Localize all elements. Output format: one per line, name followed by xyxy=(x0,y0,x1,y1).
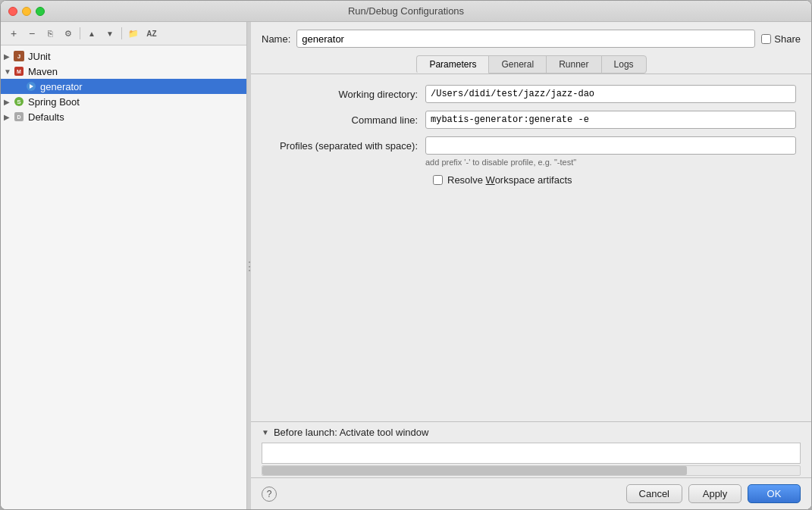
form-area: Working directory: Command line: Profile… xyxy=(251,74,811,421)
panel-divider[interactable] xyxy=(247,22,251,509)
scrollbar-area xyxy=(262,465,801,476)
working-directory-label: Working directory: xyxy=(266,89,425,100)
tree-item-springboot[interactable]: ▶ S Spring Boot xyxy=(1,94,246,109)
junit-icon: J xyxy=(13,50,25,62)
window-title: Run/Debug Configurations xyxy=(348,5,464,17)
resolve-workspace-row: Resolve Workspace artifacts xyxy=(266,174,796,186)
defaults-icon: D xyxy=(13,111,25,123)
cancel-button[interactable]: Cancel xyxy=(626,484,682,503)
copy-button[interactable]: ⎘ xyxy=(42,25,58,42)
tab-runner[interactable]: Runner xyxy=(546,55,601,74)
profiles-label: Profiles (separated with space): xyxy=(266,140,425,152)
close-button[interactable] xyxy=(8,7,17,16)
share-label: Share xyxy=(774,33,801,45)
tree-item-junit[interactable]: ▶ J JUnit xyxy=(1,48,246,64)
left-panel: + − ⎘ ⚙ ▲ ▼ 📁 AZ ▶ J JUnit xyxy=(1,22,247,509)
separator-1 xyxy=(80,27,80,39)
add-button[interactable]: + xyxy=(5,25,22,42)
before-launch-arrow-icon: ▼ xyxy=(262,428,269,436)
resolve-workspace-checkbox[interactable] xyxy=(433,175,443,185)
tab-parameters[interactable]: Parameters xyxy=(416,55,489,74)
svg-text:M: M xyxy=(17,69,21,74)
defaults-label: Defaults xyxy=(28,111,64,123)
separator-2 xyxy=(121,27,122,39)
tree-item-defaults[interactable]: ▶ D Defaults xyxy=(1,109,246,124)
maven-icon: M xyxy=(13,65,25,77)
springboot-arrow[interactable]: ▶ xyxy=(4,98,13,106)
minimize-button[interactable] xyxy=(22,7,31,16)
remove-button[interactable]: − xyxy=(24,25,40,42)
profiles-row: Profiles (separated with space): xyxy=(266,136,796,155)
tabs-bar: Parameters General Runner Logs xyxy=(251,54,811,74)
springboot-icon: S xyxy=(13,95,25,108)
command-line-label: Command line: xyxy=(266,114,425,126)
right-panel: Name: Share Parameters General Runner Lo… xyxy=(251,22,811,509)
name-input[interactable] xyxy=(296,30,755,48)
scrollbar-thumb[interactable] xyxy=(262,466,687,475)
command-line-row: Command line: xyxy=(266,111,796,129)
tab-general[interactable]: General xyxy=(488,55,547,74)
maven-label: Maven xyxy=(28,66,58,77)
sort-button[interactable]: AZ xyxy=(143,25,160,42)
svg-text:D: D xyxy=(17,114,20,120)
maven-arrow[interactable]: ▼ xyxy=(4,67,13,76)
before-launch-content xyxy=(262,443,801,464)
working-directory-row: Working directory: xyxy=(266,85,796,103)
before-launch-label: Before launch: Activate tool window xyxy=(274,427,429,438)
move-up-button[interactable]: ▲ xyxy=(83,25,100,42)
name-field-label: Name: xyxy=(262,33,290,45)
profiles-hint-row: add prefix '-' to disable profile, e.g. … xyxy=(266,158,796,167)
ok-button[interactable]: OK xyxy=(748,484,801,503)
defaults-arrow[interactable]: ▶ xyxy=(4,113,13,121)
share-area: Share xyxy=(761,33,801,45)
name-row: Name: Share xyxy=(251,22,811,54)
footer: ? Cancel Apply OK xyxy=(251,477,811,509)
profiles-hint-text: add prefix '-' to disable profile, e.g. … xyxy=(425,158,796,167)
footer-left: ? xyxy=(262,487,620,502)
bottom-section: ▼ Before launch: Activate tool window xyxy=(251,421,811,477)
generator-label: generator xyxy=(40,81,83,92)
move-down-button[interactable]: ▼ xyxy=(102,25,118,42)
command-line-input[interactable] xyxy=(425,111,796,129)
toolbar: + − ⎘ ⚙ ▲ ▼ 📁 AZ xyxy=(1,22,246,45)
title-bar: Run/Debug Configurations xyxy=(1,1,811,22)
traffic-lights xyxy=(8,7,45,16)
run-debug-configurations-dialog: Run/Debug Configurations + − ⎘ ⚙ ▲ ▼ 📁 A… xyxy=(0,0,812,510)
working-directory-input[interactable] xyxy=(425,85,796,103)
junit-label: JUnit xyxy=(28,51,51,62)
configuration-tree: ▶ J JUnit ▼ M Maven xyxy=(1,45,246,509)
generator-icon xyxy=(25,80,37,92)
maximize-button[interactable] xyxy=(36,7,45,16)
tab-logs[interactable]: Logs xyxy=(601,55,647,74)
tree-item-maven[interactable]: ▼ M Maven xyxy=(1,64,246,79)
apply-button[interactable]: Apply xyxy=(688,484,741,503)
share-checkbox[interactable] xyxy=(761,34,771,44)
main-content: + − ⎘ ⚙ ▲ ▼ 📁 AZ ▶ J JUnit xyxy=(1,22,811,509)
settings-button[interactable]: ⚙ xyxy=(60,25,77,42)
springboot-label: Spring Boot xyxy=(28,96,80,108)
help-button[interactable]: ? xyxy=(262,487,277,502)
svg-text:S: S xyxy=(17,99,21,105)
folder-button[interactable]: 📁 xyxy=(125,25,142,42)
before-launch-header[interactable]: ▼ Before launch: Activate tool window xyxy=(251,422,811,443)
resolve-workspace-label: Resolve Workspace artifacts xyxy=(447,174,572,186)
tree-item-generator[interactable]: generator xyxy=(1,79,246,94)
junit-arrow[interactable]: ▶ xyxy=(4,52,13,61)
profiles-input[interactable] xyxy=(425,136,796,155)
